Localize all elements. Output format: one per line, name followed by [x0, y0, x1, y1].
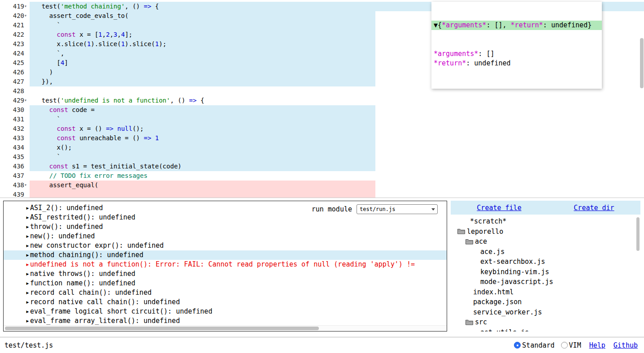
code-line-438[interactable]: 438▾ assert_equal(: [0, 181, 644, 190]
fold-marker-icon[interactable]: ▾: [24, 2, 30, 11]
test-result-row[interactable]: ▸eval_frame array_literal(): undefined: [4, 316, 447, 326]
files-scrollbar-thumb[interactable]: [636, 217, 640, 251]
code-line-text[interactable]: test('undefined is not a function', () =…: [30, 96, 644, 105]
line-number[interactable]: 419▾: [0, 2, 30, 11]
eval-result-summary[interactable]: ▼{*arguments*: [], *return*: undefined}: [431, 21, 602, 30]
line-number[interactable]: 426: [0, 68, 30, 77]
code-line-431[interactable]: 431 `: [0, 115, 644, 124]
console-horizontal-scrollbar[interactable]: [4, 325, 447, 331]
code-line-text[interactable]: const unreachable = () => 1: [30, 133, 644, 143]
file-item[interactable]: ace.js: [451, 247, 640, 257]
code-line-text[interactable]: const code =: [30, 105, 644, 115]
code-line-text[interactable]: const s1 = test_initial_state(code): [30, 162, 644, 171]
line-number[interactable]: 431: [0, 115, 30, 124]
expand-triangle-icon[interactable]: ▸: [26, 213, 30, 221]
test-result-row[interactable]: ▸function name(): undefined: [4, 279, 447, 288]
expand-triangle-icon[interactable]: ▸: [26, 298, 30, 306]
expand-triangle-icon[interactable]: ▸: [26, 260, 30, 268]
line-number[interactable]: 421: [0, 21, 30, 30]
line-number[interactable]: 429▾: [0, 96, 30, 105]
code-line-437[interactable]: 437 // TODO fix error messages: [0, 171, 644, 181]
line-number[interactable]: 428: [0, 86, 30, 96]
code-line-text[interactable]: `: [30, 115, 644, 124]
file-item[interactable]: index.html: [451, 287, 640, 297]
expand-triangle-icon[interactable]: ▸: [26, 317, 30, 325]
create-dir-link[interactable]: Create dir: [574, 204, 614, 212]
file-item[interactable]: ast_utils.js: [451, 327, 640, 332]
radio-unselected-icon[interactable]: [561, 342, 568, 349]
fold-marker-icon[interactable]: ▾: [24, 96, 30, 105]
line-number[interactable]: 430: [0, 105, 30, 115]
file-item[interactable]: *scratch*: [451, 216, 640, 227]
code-line-text[interactable]: [30, 190, 644, 198]
test-result-row[interactable]: ▸new constructor expr(): undefined: [4, 241, 447, 250]
test-result-row[interactable]: ▸ASI_restrited(): undefined: [4, 213, 447, 222]
file-item[interactable]: service_worker.js: [451, 307, 640, 318]
expand-triangle-icon[interactable]: ▸: [26, 232, 30, 240]
keybinding-option-standard[interactable]: Standard: [514, 341, 554, 349]
test-result-row[interactable]: ▸record call chain(): undefined: [4, 288, 447, 297]
test-result-row[interactable]: ▸record native call chain(): undefined: [4, 297, 447, 307]
line-number[interactable]: 424: [0, 49, 30, 58]
line-number[interactable]: 422: [0, 30, 30, 39]
test-result-row[interactable]: ▸throw(): undefined: [4, 222, 447, 232]
code-line-text[interactable]: assert_equal(: [30, 181, 644, 190]
test-result-row[interactable]: ▸new(): undefined: [4, 232, 447, 241]
files-scrollbar[interactable]: [635, 201, 640, 331]
line-number[interactable]: 433: [0, 133, 30, 143]
fold-marker-icon[interactable]: ▾: [24, 11, 30, 21]
test-result-row[interactable]: ▸method chaining(): undefined: [4, 250, 447, 260]
line-number[interactable]: 438▾: [0, 181, 30, 190]
code-line-text[interactable]: const x = () => null();: [30, 124, 644, 133]
radio-selected-icon[interactable]: [514, 342, 521, 349]
file-item[interactable]: mode-javascript.js: [451, 277, 640, 287]
code-line-439[interactable]: 439: [0, 190, 644, 198]
line-number[interactable]: 434: [0, 143, 30, 152]
expand-triangle-icon[interactable]: ▸: [26, 241, 30, 250]
line-number[interactable]: 425: [0, 58, 30, 68]
help-link[interactable]: Help: [589, 341, 605, 349]
github-link[interactable]: Github: [614, 341, 638, 349]
line-number[interactable]: 432: [0, 124, 30, 133]
folder-item[interactable]: leporello: [451, 227, 640, 237]
file-item[interactable]: package.json: [451, 297, 640, 307]
test-result-row[interactable]: ▸undefined is not a function(): Error: F…: [4, 260, 447, 269]
line-number[interactable]: 437: [0, 171, 30, 181]
editor-scrollbar-thumb[interactable]: [640, 38, 644, 88]
line-number[interactable]: 436: [0, 162, 30, 171]
file-item[interactable]: ext-searchbox.js: [451, 257, 640, 267]
expand-triangle-icon[interactable]: ▸: [26, 204, 30, 212]
code-editor[interactable]: 419▾ test('method chaining', () => {420▾…: [0, 0, 644, 198]
code-line-text[interactable]: // TODO fix error messages: [30, 171, 644, 181]
line-number[interactable]: 427: [0, 77, 30, 86]
code-line-435[interactable]: 435 `: [0, 152, 644, 162]
keybinding-option-vim[interactable]: VIM: [561, 341, 581, 349]
code-line-429[interactable]: 429▾ test('undefined is not a function',…: [0, 96, 644, 105]
code-line-433[interactable]: 433 const unreachable = () => 1: [0, 133, 644, 143]
expand-triangle-icon[interactable]: ▸: [26, 223, 30, 231]
folder-item[interactable]: src: [451, 317, 640, 327]
code-line-434[interactable]: 434 x();: [0, 143, 644, 152]
test-result-row[interactable]: ▸eval_frame logical short circuit(): und…: [4, 307, 447, 316]
create-file-link[interactable]: Create file: [477, 204, 521, 212]
code-line-text[interactable]: x();: [30, 143, 644, 152]
test-result-row[interactable]: ▸native throws(): undefined: [4, 269, 447, 279]
expand-triangle-icon[interactable]: ▸: [26, 279, 30, 287]
code-line-text[interactable]: `: [30, 152, 644, 162]
line-number[interactable]: 423: [0, 39, 30, 49]
code-line-430[interactable]: 430 const code =: [0, 105, 644, 115]
file-item[interactable]: keybinding-vim.js: [451, 267, 640, 277]
fold-marker-icon[interactable]: ▾: [24, 181, 30, 190]
console-scrollbar-thumb[interactable]: [5, 327, 319, 330]
editor-scrollbar[interactable]: [639, 0, 644, 198]
code-line-432[interactable]: 432 const x = () => null();: [0, 124, 644, 133]
expand-triangle-icon[interactable]: ▸: [26, 251, 30, 259]
code-line-436[interactable]: 436 const s1 = test_initial_state(code): [0, 162, 644, 171]
expand-triangle-icon[interactable]: ▸: [26, 270, 30, 278]
expand-triangle-icon[interactable]: ▸: [26, 288, 30, 297]
line-number[interactable]: 435: [0, 152, 30, 162]
expand-triangle-icon[interactable]: ▸: [26, 307, 30, 315]
line-number[interactable]: 439: [0, 190, 30, 198]
line-number[interactable]: 420▾: [0, 11, 30, 21]
folder-item[interactable]: ace: [451, 237, 640, 247]
